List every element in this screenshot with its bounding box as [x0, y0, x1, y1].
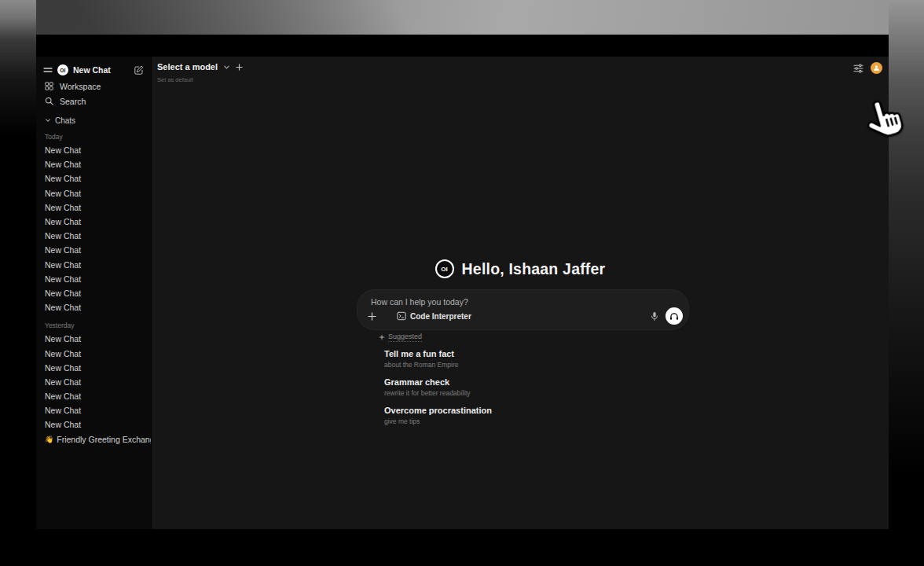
- chats-section-toggle[interactable]: Chats: [36, 115, 151, 126]
- code-interpreter-label: Code Interpreter: [410, 312, 471, 321]
- suggestion-subtitle: rewrite it for better readability: [384, 389, 492, 397]
- suggestion-title: Overcome procrastination: [384, 406, 492, 415]
- chat-group-label: Today: [45, 133, 151, 141]
- sidebar-item-label: Search: [60, 97, 86, 106]
- chat-list-item[interactable]: New Chat: [36, 171, 151, 186]
- search-icon: [45, 97, 53, 105]
- model-selector[interactable]: Select a model: [157, 62, 243, 72]
- set-as-default-link[interactable]: Set as default: [157, 76, 193, 83]
- workspace-grid-icon: [45, 82, 53, 90]
- wave-emoji-icon: 👋: [45, 436, 53, 443]
- chat-list-item[interactable]: New Chat: [36, 389, 151, 403]
- chat-list-item[interactable]: New Chat: [36, 157, 151, 171]
- chat-list-item[interactable]: New Chat: [36, 286, 151, 300]
- add-model-icon[interactable]: [236, 64, 243, 71]
- suggestion-list: Tell me a fun fact about the Roman Empir…: [379, 349, 492, 425]
- sparkle-icon: [379, 334, 385, 340]
- chat-list-item[interactable]: New Chat: [36, 143, 151, 157]
- chat-group-yesterday: Yesterday New ChatNew ChatNew ChatNew Ch…: [36, 322, 151, 432]
- window-top-black-band: [36, 35, 889, 57]
- greeting-text: Hello, Ishaan Jaffer: [462, 260, 606, 278]
- header-actions: [853, 62, 882, 74]
- chat-list-today: New ChatNew ChatNew ChatNew ChatNew Chat…: [36, 143, 151, 314]
- chat-list-item[interactable]: New Chat: [36, 200, 151, 215]
- sidebar-item-search[interactable]: Search: [36, 94, 151, 108]
- chat-list-item[interactable]: New Chat: [36, 346, 151, 360]
- chat-list-yesterday: New ChatNew ChatNew ChatNew ChatNew Chat…: [36, 332, 151, 432]
- chat-list-item[interactable]: New Chat: [36, 417, 151, 432]
- chat-list-item[interactable]: New Chat: [36, 403, 151, 417]
- chat-list-item[interactable]: New Chat: [36, 375, 151, 389]
- code-interpreter-icon: [397, 311, 406, 321]
- greeting-block: OI Hello, Ishaan Jaffer: [152, 259, 889, 278]
- chat-input-card[interactable]: How can I help you today? Code Interpret…: [358, 290, 688, 329]
- sidebar-header: OI New Chat: [36, 61, 151, 79]
- compose-icon[interactable]: [134, 65, 144, 75]
- chat-list-item[interactable]: New Chat: [36, 215, 151, 229]
- sidebar-toggle-icon[interactable]: [43, 66, 53, 74]
- settings-sliders-icon[interactable]: [853, 64, 864, 73]
- suggestion-item[interactable]: Grammar check rewrite it for better read…: [379, 377, 492, 397]
- chat-input[interactable]: How can I help you today?: [371, 297, 468, 307]
- chat-list-item[interactable]: New Chat: [36, 300, 151, 314]
- chat-list-item-friendly-greeting[interactable]: 👋 Friendly Greeting Exchange: [36, 432, 151, 447]
- chat-list-item[interactable]: New Chat: [36, 186, 151, 200]
- microphone-icon[interactable]: [651, 311, 658, 322]
- suggested-label: Suggested: [388, 333, 422, 342]
- openwebui-logo: OI: [435, 259, 454, 278]
- chat-list-item[interactable]: New Chat: [36, 243, 151, 257]
- code-interpreter-toggle[interactable]: Code Interpreter: [397, 311, 471, 321]
- voice-call-button[interactable]: [666, 307, 683, 325]
- suggestion-item[interactable]: Tell me a fun fact about the Roman Empir…: [379, 349, 492, 369]
- chevron-down-icon: [223, 64, 230, 71]
- new-chat-button[interactable]: New Chat: [73, 65, 111, 75]
- chat-input-actions: Code Interpreter: [365, 307, 683, 325]
- suggested-header: Suggested: [379, 333, 492, 342]
- desktop-background-right: [889, 0, 924, 566]
- main-pane: Select a model Set as default OI Hello,: [152, 57, 889, 529]
- chats-section-label: Chats: [55, 116, 75, 125]
- suggestion-title: Grammar check: [384, 377, 492, 387]
- sidebar: OI New Chat Workspace: [36, 57, 152, 529]
- chat-list-item[interactable]: New Chat: [36, 258, 151, 272]
- desktop-background-left: [0, 0, 36, 566]
- user-avatar[interactable]: [871, 62, 882, 74]
- chat-list-item[interactable]: New Chat: [36, 272, 151, 286]
- chat-list-item[interactable]: New Chat: [36, 229, 151, 243]
- chat-item-label: Friendly Greeting Exchange: [57, 435, 151, 444]
- suggestion-subtitle: about the Roman Empire: [384, 361, 492, 369]
- chat-list-item[interactable]: New Chat: [36, 332, 151, 346]
- chat-list-item[interactable]: New Chat: [36, 361, 151, 375]
- sidebar-item-label: Workspace: [60, 82, 101, 91]
- chevron-down-icon: [45, 117, 51, 123]
- suggestion-subtitle: give me tips: [384, 417, 492, 425]
- suggested-prompts: Suggested Tell me a fun fact about the R…: [379, 333, 492, 434]
- desktop-background-top: [0, 0, 924, 35]
- chat-group-label: Yesterday: [45, 322, 151, 329]
- sidebar-item-workspace[interactable]: Workspace: [36, 79, 151, 94]
- suggestion-item[interactable]: Overcome procrastination give me tips: [379, 406, 492, 425]
- model-selector-label: Select a model: [157, 62, 218, 72]
- suggestion-title: Tell me a fun fact: [384, 349, 492, 358]
- openwebui-logo: OI: [57, 64, 68, 75]
- attach-plus-button[interactable]: [365, 310, 378, 322]
- chat-group-today: Today New ChatNew ChatNew ChatNew ChatNe…: [36, 133, 151, 314]
- app-window: OI New Chat Workspace: [36, 35, 889, 529]
